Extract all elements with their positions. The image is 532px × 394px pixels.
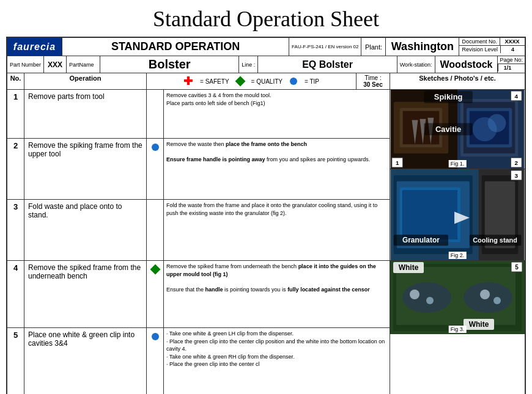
line-label: Line : [239, 56, 258, 73]
tip-symbol-icon-2 [152, 333, 159, 340]
quality-symbol-icon [150, 264, 160, 275]
row-number: 3 [7, 200, 24, 260]
part-name-label: PartName [67, 56, 100, 73]
sheet: faurecia STANDARD OPERATION FAU-F-PS-241… [6, 37, 526, 394]
table-row: 4 Remove the spiked frame from the under… [7, 261, 390, 328]
header-row2: Part Number XXX PartName Bolster Line : … [7, 56, 525, 73]
page-info: Page No: 1/1 [498, 56, 525, 73]
row-number: 1 [7, 90, 24, 138]
operation-text: Place one white & green clip into caviti… [24, 328, 147, 394]
table-row: 3 Fold waste and place onto to stand. Fo… [7, 200, 390, 261]
part-number-label: Part Number [7, 56, 44, 73]
symbol-cell [147, 90, 164, 138]
row-number: 4 [7, 261, 24, 327]
description-text: · Take one white & green LH clip from th… [164, 328, 390, 394]
quality-icon [235, 76, 245, 87]
svg-text:3: 3 [515, 172, 519, 179]
doc-ref: FAU-F-PS-241 / EN version 02 [289, 38, 361, 56]
svg-text:Granulator: Granulator [402, 236, 440, 244]
tip-icon [290, 78, 297, 85]
table-row: 5 Place one white & green clip into cavi… [7, 328, 390, 394]
doc-num: Document No.XXXX Revision Level4 [459, 38, 525, 56]
description-text: Remove cavities 3 & 4 from the mould too… [164, 90, 390, 138]
std-op-label: STANDARD OPERATION [62, 38, 289, 56]
photo-panels: Spiking Cavitie 1 2 4 Fig 1. [390, 90, 525, 394]
svg-text:White: White [399, 263, 419, 272]
photo-panel-3: White White 5 Fig 3. [390, 261, 525, 334]
symbol-cell [147, 328, 164, 394]
symbol-cell [147, 200, 164, 260]
svg-rect-31 [403, 191, 457, 239]
operation-text: Remove the spiking frame from the upper … [24, 139, 147, 199]
col-no: No. [7, 73, 24, 89]
svg-point-48 [410, 290, 419, 299]
line-val: EQ Bolster [258, 56, 397, 73]
svg-point-46 [402, 282, 451, 313]
svg-point-50 [480, 290, 490, 299]
svg-text:2: 2 [514, 159, 518, 166]
workstation-label: Work-station: [397, 56, 435, 73]
part-number-val: XXX [44, 56, 67, 73]
table-row: 1 Remove parts from tool Remove cavities… [7, 90, 390, 139]
fig-label-3: Fig 3. [449, 326, 467, 333]
col-operation: Operation [24, 73, 147, 89]
svg-point-14 [488, 114, 506, 133]
fig-label-1: Fig 1. [449, 160, 467, 167]
row-number: 2 [7, 139, 24, 199]
fig-label-2: Fig 2. [449, 252, 467, 259]
quality-label: = QUALITY [251, 78, 283, 85]
safety-label: = SAFETY [200, 78, 229, 85]
svg-point-51 [493, 297, 501, 304]
svg-text:1: 1 [396, 159, 399, 166]
plant-name: Washington [386, 38, 459, 56]
symbol-cell [147, 261, 164, 327]
svg-text:Spiking: Spiking [434, 92, 463, 101]
operations-list: 1 Remove parts from tool Remove cavities… [7, 90, 390, 394]
photo-panel-2: Granulator Cooling stand 3 Fig 2. [390, 169, 525, 261]
col-time: Time : 30 Sec [357, 73, 390, 89]
tip-label: = TIP [305, 78, 319, 85]
svg-point-49 [426, 297, 434, 304]
svg-text:Cooling stand: Cooling stand [473, 236, 517, 244]
svg-text:5: 5 [515, 264, 519, 271]
operation-text: Remove parts from tool [24, 90, 147, 138]
operation-text: Remove the spiked frame from the underne… [24, 261, 147, 327]
header-row1: faurecia STANDARD OPERATION FAU-F-PS-241… [7, 38, 525, 56]
row-number: 5 [7, 328, 24, 394]
description-text: Remove the waste then place the frame on… [164, 139, 390, 199]
svg-text:White: White [469, 320, 489, 329]
col-sketches: Sketches / Photo's / etc. [390, 73, 525, 89]
column-headers: No. Operation ✚ = SAFETY = QUALITY = TIP… [7, 73, 525, 90]
part-name-val: Bolster [100, 56, 239, 73]
page-title: Standard Operation Sheet [0, 0, 532, 37]
svg-text:4: 4 [514, 93, 518, 100]
symbol-cell [147, 139, 164, 199]
tip-symbol-icon [152, 144, 159, 151]
table-row: 2 Remove the spiking frame from the uppe… [7, 139, 390, 200]
workstation-val: Woodstock [435, 56, 498, 73]
content-area: 1 Remove parts from tool Remove cavities… [7, 90, 525, 394]
svg-text:Cavitie: Cavitie [435, 125, 461, 134]
description-text: Remove the spiked frame from underneath … [164, 261, 390, 327]
col-legend: ✚ = SAFETY = QUALITY = TIP [147, 73, 357, 89]
photo-panel-1: Spiking Cavitie 1 2 4 Fig 1. [390, 90, 525, 169]
plant-label: Plant: [361, 38, 386, 56]
safety-icon: ✚ [183, 76, 193, 87]
description-text: Fold the waste from the frame and place … [164, 200, 390, 260]
logo: faurecia [7, 38, 62, 56]
operation-text: Fold waste and place onto to stand. [24, 200, 147, 260]
